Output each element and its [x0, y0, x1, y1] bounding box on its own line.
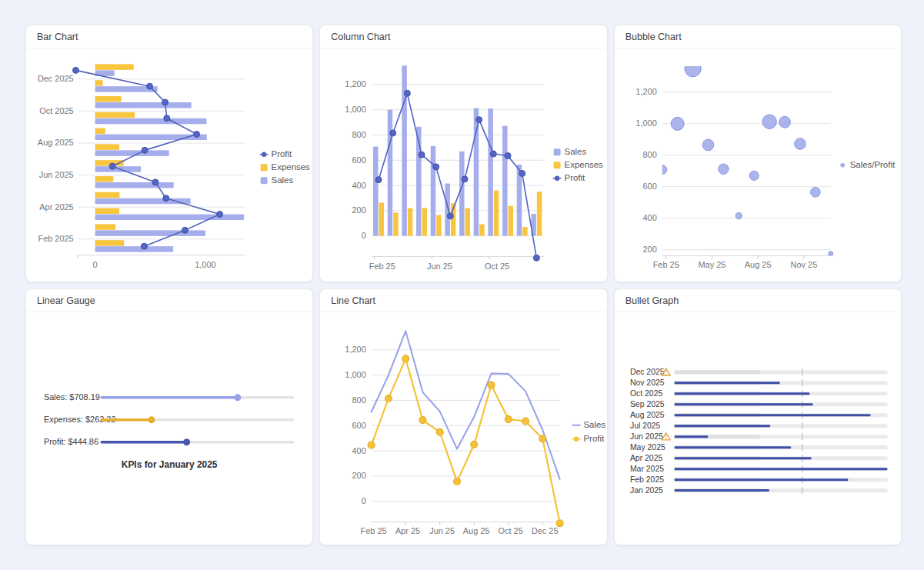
profit-point[interactable]	[109, 163, 115, 169]
profit-point[interactable]	[539, 435, 546, 442]
bullet-value-bar[interactable]	[674, 403, 812, 405]
profit-point[interactable]	[448, 213, 454, 219]
sales-column[interactable]	[489, 108, 493, 236]
bubble-point[interactable]	[718, 164, 728, 174]
sales-column[interactable]	[373, 147, 378, 236]
bubble-chart-canvas[interactable]: 2004006008001,0001,200Feb 25May 25Aug 25…	[615, 48, 901, 282]
expenses-bar[interactable]	[95, 128, 105, 134]
bubble-point[interactable]	[749, 171, 759, 180]
bubble-point[interactable]	[794, 138, 806, 150]
profit-point[interactable]	[437, 428, 444, 435]
profit-point[interactable]	[471, 441, 478, 448]
profit-point[interactable]	[194, 132, 200, 138]
profit-point[interactable]	[217, 212, 223, 218]
profit-point[interactable]	[505, 153, 511, 159]
sales-bar[interactable]	[95, 150, 169, 155]
legend-item[interactable]: Profit	[553, 173, 585, 182]
bullet-graph-canvas[interactable]: Dec 2025Nov 2025Oct 2025Sep 2025Aug 2025…	[615, 312, 901, 545]
expenses-bar[interactable]	[95, 240, 125, 245]
sales-column[interactable]	[445, 184, 450, 236]
bullet-value-bar[interactable]	[674, 489, 769, 492]
expenses-column[interactable]	[408, 208, 412, 236]
sales-bar[interactable]	[95, 166, 141, 172]
expenses-column[interactable]	[437, 215, 442, 236]
profit-point[interactable]	[141, 243, 147, 249]
profit-point[interactable]	[182, 227, 188, 233]
expenses-column[interactable]	[394, 212, 399, 235]
bullet-value-bar[interactable]	[674, 392, 809, 395]
bullet-value-bar[interactable]	[674, 382, 779, 384]
bar-chart-canvas[interactable]: Feb 2025Apr 2025Jun 2025Aug 2025Oct 2025…	[26, 48, 312, 282]
expenses-column[interactable]	[537, 192, 542, 235]
legend-item[interactable]: Expenses	[554, 160, 603, 169]
expenses-bar[interactable]	[95, 224, 116, 229]
bubble-point[interactable]	[828, 252, 832, 256]
expenses-column[interactable]	[422, 208, 427, 235]
legend-item[interactable]: Profit	[572, 434, 605, 443]
bullet-value-bar[interactable]	[674, 425, 770, 427]
profit-point[interactable]	[162, 99, 168, 105]
profit-point[interactable]	[522, 418, 529, 425]
bullet-value-bar[interactable]	[674, 435, 707, 438]
expenses-bar[interactable]	[95, 96, 122, 102]
bubble-point[interactable]	[657, 165, 666, 175]
bubble-point[interactable]	[671, 117, 684, 130]
expenses-column[interactable]	[465, 208, 470, 236]
profit-point[interactable]	[73, 67, 79, 73]
profit-point[interactable]	[505, 415, 512, 422]
profit-point[interactable]	[163, 195, 169, 202]
sales-column[interactable]	[388, 110, 392, 236]
sales-column[interactable]	[431, 146, 435, 236]
legend-item[interactable]: Expenses	[261, 162, 310, 172]
legend-item[interactable]: Sales	[554, 147, 587, 156]
sales-column[interactable]	[502, 126, 507, 236]
expenses-bar[interactable]	[95, 176, 114, 182]
expenses-bar[interactable]	[95, 144, 120, 149]
sales-column[interactable]	[474, 108, 479, 236]
profit-point[interactable]	[462, 176, 468, 182]
expenses-bar[interactable]	[95, 112, 135, 118]
profit-point[interactable]	[476, 117, 482, 123]
legend-item[interactable]: Sales/Profit	[840, 160, 896, 169]
profit-point[interactable]	[402, 355, 409, 362]
bubble-point[interactable]	[762, 115, 776, 129]
gauge-value-dot[interactable]	[148, 416, 155, 423]
bullet-value-bar[interactable]	[674, 414, 870, 416]
profit-point[interactable]	[405, 90, 411, 96]
profit-point[interactable]	[556, 519, 563, 526]
expenses-bar[interactable]	[95, 192, 120, 198]
bullet-value-bar[interactable]	[674, 478, 848, 481]
profit-point[interactable]	[147, 83, 153, 89]
expenses-bar[interactable]	[95, 80, 103, 85]
gauge-value-dot[interactable]	[234, 394, 241, 401]
profit-point[interactable]	[534, 255, 540, 261]
profit-point[interactable]	[369, 442, 375, 448]
legend-item[interactable]: Sales	[572, 420, 606, 429]
sales-column[interactable]	[459, 152, 464, 236]
legend-item[interactable]: Profit	[260, 149, 292, 158]
bubble-point[interactable]	[702, 139, 714, 151]
profit-point[interactable]	[152, 179, 158, 185]
expenses-column[interactable]	[509, 206, 513, 236]
column-chart-canvas[interactable]: 02004006008001,0001,200Feb 25Jun 25Oct 2…	[320, 48, 606, 282]
bubble-point[interactable]	[685, 61, 701, 77]
profit-point[interactable]	[433, 164, 439, 170]
bullet-value-bar[interactable]	[674, 457, 811, 459]
expenses-bar[interactable]	[95, 208, 120, 214]
expenses-bar[interactable]	[95, 64, 134, 69]
legend-item[interactable]: Sales	[261, 175, 294, 185]
profit-point[interactable]	[491, 151, 497, 157]
sales-bar[interactable]	[95, 135, 207, 140]
bubble-point[interactable]	[736, 213, 742, 219]
profit-point[interactable]	[142, 147, 148, 153]
profit-point[interactable]	[164, 115, 170, 122]
profit-point[interactable]	[419, 416, 426, 423]
linear-gauge-canvas[interactable]: Sales: $708.19Expenses: $263.32Profit: $…	[26, 312, 312, 545]
profit-point[interactable]	[385, 395, 392, 402]
profit-point[interactable]	[390, 130, 396, 136]
sales-bar[interactable]	[95, 118, 207, 124]
profit-point[interactable]	[488, 382, 495, 388]
expenses-column[interactable]	[480, 225, 485, 236]
sales-bar[interactable]	[95, 230, 205, 235]
bullet-value-bar[interactable]	[674, 468, 887, 470]
